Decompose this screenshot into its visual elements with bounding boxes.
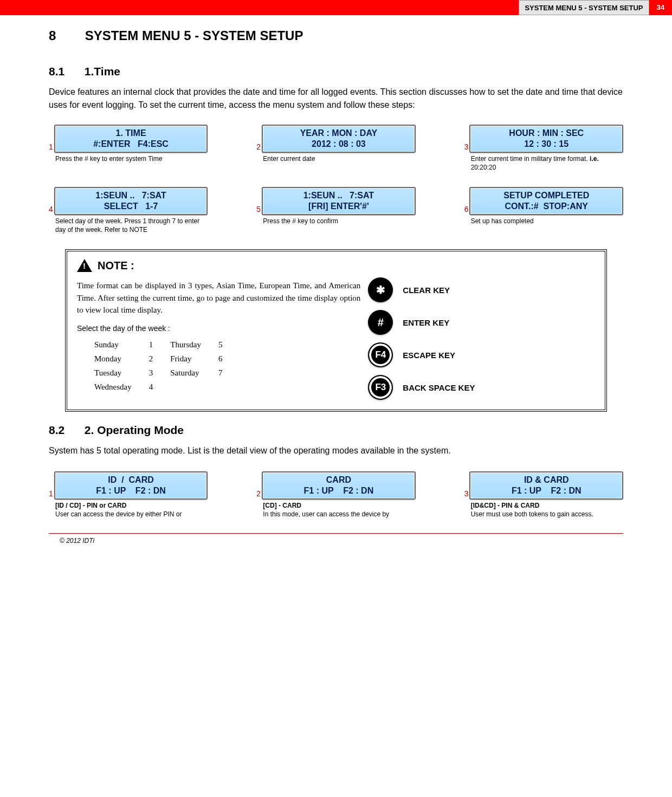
lcd-line-1: 1. TIME	[60, 128, 203, 139]
lcd-screen: 1:SEUN .. 7:SATSELECT 1-7	[54, 187, 208, 215]
lcd-screen: SETUP COMPLETEDCONT.:# STOP:ANY	[469, 187, 623, 215]
lcd-line-2: SELECT 1-7	[60, 201, 203, 212]
step: 3ID & CARDF1 : UP F2 : DN[ID&CD] - PIN &…	[464, 471, 623, 519]
header-page-number: 34	[649, 0, 672, 15]
lcd-line-2: 12 : 30 : 15	[475, 139, 618, 150]
step-caption: [CD] - CARDIn this mode, user can access…	[263, 502, 415, 519]
step-caption: Press the # key to confirm	[263, 217, 415, 226]
key-label: BACK SPACE KEY	[403, 383, 475, 392]
step: 1ID / CARDF1 : UP F2 : DN[ID / CD] - PIN…	[49, 471, 208, 519]
day-row: Wednesday4	[94, 380, 238, 393]
note-left: NOTE : Time format can be displayed in 3…	[77, 259, 360, 400]
lcd-line-1: YEAR : MON : DAY	[267, 128, 410, 139]
step-caption: [ID / CD] - PIN or CARDUser can access t…	[55, 502, 208, 519]
key-label: ESCAPE KEY	[403, 351, 455, 360]
lcd-screen: HOUR : MIN : SEC12 : 30 : 15	[469, 125, 623, 153]
step: 3HOUR : MIN : SEC12 : 30 : 15Enter curre…	[464, 125, 623, 172]
step-caption: Select day of the week. Press 1 through …	[55, 217, 208, 234]
lcd-line-2: F1 : UP F2 : DN	[475, 485, 618, 496]
day-row: Sunday1Thursday5	[94, 338, 238, 351]
step: 2YEAR : MON : DAY2012 : 08 : 03Enter cur…	[256, 125, 415, 172]
subsection-number: 8.2	[49, 424, 81, 437]
day-row: Tuesday3Saturday7	[94, 366, 238, 379]
step-caption: Enter current date	[263, 155, 415, 164]
step: 41:SEUN .. 7:SATSELECT 1-7Select day of …	[49, 187, 208, 234]
step-number: 1	[49, 490, 53, 500]
lcd-line-1: HOUR : MIN : SEC	[475, 128, 618, 139]
lcd-line-1: CARD	[267, 475, 410, 485]
key-row: F3BACK SPACE KEY	[368, 375, 595, 400]
lcd-screen: YEAR : MON : DAY2012 : 08 : 03	[262, 125, 416, 153]
note-subheading: Select the day of the week :	[77, 324, 360, 333]
lcd-screen: ID & CARDF1 : UP F2 : DN	[469, 471, 623, 500]
key-icon: F3	[368, 375, 393, 400]
warning-icon	[77, 259, 92, 272]
day-name: Thursday	[170, 338, 217, 351]
lcd-screen: 1. TIME#:ENTER F4:ESC	[54, 125, 208, 153]
section-8-heading: 8 SYSTEM MENU 5 - SYSTEM SETUP	[49, 28, 623, 43]
lcd-line-2: F1 : UP F2 : DN	[60, 485, 203, 496]
subsection-title: 2. Operating Mode	[85, 424, 184, 436]
footer-rule	[49, 533, 623, 534]
day-number: 1	[149, 338, 170, 351]
day-name: Friday	[170, 352, 217, 365]
lcd-line-1: ID / CARD	[60, 475, 203, 485]
note-heading-text: NOTE :	[98, 260, 134, 272]
section-title: SYSTEM MENU 5 - SYSTEM SETUP	[85, 28, 303, 43]
step-number: 2	[256, 143, 261, 153]
day-number: 7	[218, 366, 239, 379]
header-bar: SYSTEM MENU 5 - SYSTEM SETUP 34	[0, 0, 672, 15]
lcd-screen: ID / CARDF1 : UP F2 : DN	[54, 471, 208, 500]
day-number: 5	[218, 338, 239, 351]
note-heading: NOTE :	[77, 259, 360, 272]
day-name: Saturday	[170, 366, 217, 379]
step-caption: Press the # key to enter system Time	[55, 155, 208, 164]
subsection-number: 8.1	[49, 65, 81, 78]
lcd-screen: CARDF1 : UP F2 : DN	[262, 471, 416, 500]
key-icon: #	[368, 310, 393, 335]
lcd-screen: 1:SEUN .. 7:SAT[FRI] ENTER'#'	[262, 187, 416, 215]
footer-copyright: © 2012 IDTi	[49, 537, 623, 545]
key-row: #ENTER KEY	[368, 310, 595, 335]
step-number: 2	[256, 490, 261, 500]
key-icon: F4	[368, 342, 393, 367]
day-number: 6	[218, 352, 239, 365]
note-keys-column: ✱CLEAR KEY#ENTER KEYF4ESCAPE KEYF3BACK S…	[368, 259, 595, 400]
day-row: Monday2Friday6	[94, 352, 238, 365]
step-number: 5	[256, 205, 261, 215]
lcd-line-1: 1:SEUN .. 7:SAT	[60, 190, 203, 201]
step-number: 3	[464, 143, 469, 153]
lcd-line-1: SETUP COMPLETED	[475, 190, 618, 201]
step-number: 1	[49, 143, 53, 153]
section-8-2-paragraph: System has 5 total operating mode. List …	[49, 444, 623, 457]
section-number: 8	[49, 28, 81, 43]
section-8-1-paragraph: Device features an internal clock that p…	[49, 86, 623, 112]
key-row: ✱CLEAR KEY	[368, 277, 595, 302]
key-label: CLEAR KEY	[403, 286, 450, 295]
lcd-line-1: ID & CARD	[475, 475, 618, 485]
key-icon: ✱	[368, 277, 393, 302]
day-name: Monday	[94, 352, 148, 365]
lcd-line-2: 2012 : 08 : 03	[267, 139, 410, 150]
step: 11. TIME#:ENTER F4:ESCPress the # key to…	[49, 125, 208, 172]
step-number: 4	[49, 205, 53, 215]
day-table: Sunday1Thursday5Monday2Friday6Tuesday3Sa…	[93, 337, 240, 394]
note-body-text: Time format can be displayed in 3 types,…	[77, 280, 360, 316]
step-caption: Set up has completed	[471, 217, 623, 226]
section-8-1-heading: 8.1 1.Time	[49, 65, 623, 78]
note-box: NOTE : Time format can be displayed in 3…	[65, 249, 607, 412]
key-label: ENTER KEY	[403, 318, 449, 327]
lcd-line-2: #:ENTER F4:ESC	[60, 139, 203, 150]
day-number: 3	[149, 366, 170, 379]
step: 6SETUP COMPLETEDCONT.:# STOP:ANYSet up h…	[464, 187, 623, 234]
lcd-line-2: [FRI] ENTER'#'	[267, 201, 410, 212]
lcd-line-2: F1 : UP F2 : DN	[267, 485, 410, 496]
step-caption: [ID&CD] - PIN & CARDUser must use both t…	[471, 502, 623, 519]
step-caption: Enter current time in military time form…	[471, 155, 623, 172]
day-name: Sunday	[94, 338, 148, 351]
day-number: 4	[149, 380, 170, 393]
step: 51:SEUN .. 7:SAT[FRI] ENTER'#'Press the …	[256, 187, 415, 234]
day-name: Wednesday	[94, 380, 148, 393]
time-steps-grid: 11. TIME#:ENTER F4:ESCPress the # key to…	[49, 125, 623, 234]
operating-mode-grid: 1ID / CARDF1 : UP F2 : DN[ID / CD] - PIN…	[49, 471, 623, 519]
